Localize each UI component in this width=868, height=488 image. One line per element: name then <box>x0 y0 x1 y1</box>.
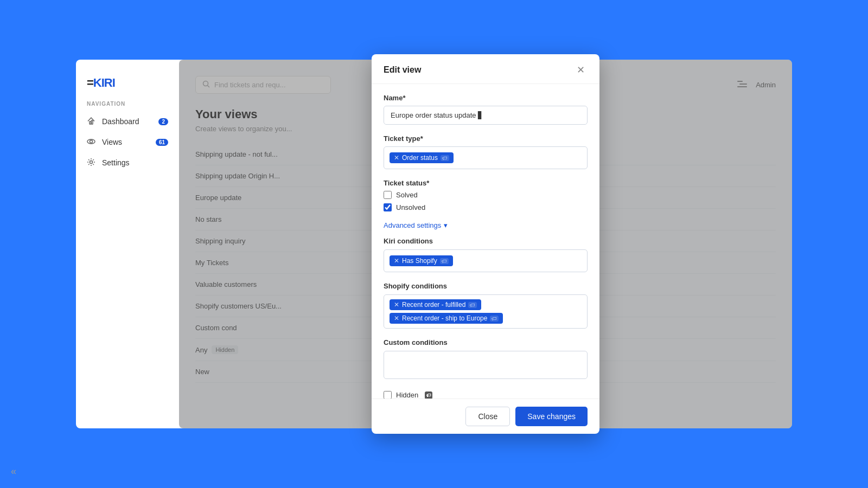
dashboard-badge: 2 <box>158 118 168 125</box>
bg-content: =KIRI NAVIGATION Dashboard 2 <box>0 0 868 488</box>
unsolved-checkbox[interactable] <box>384 203 392 211</box>
tag-remove-icon[interactable]: ✕ <box>394 301 399 309</box>
tag-remove-icon[interactable]: ✕ <box>394 314 399 322</box>
svg-point-4 <box>90 161 93 164</box>
unsolved-checkbox-item[interactable]: Unsolved <box>384 203 588 211</box>
sidebar-item-settings-label: Settings <box>102 158 130 167</box>
hidden-group: Hidden 🏷 <box>384 391 588 399</box>
name-label: Name* <box>384 94 588 102</box>
tag-remove-icon[interactable]: ✕ <box>394 257 399 265</box>
ticket-status-label: Ticket status* <box>384 179 588 187</box>
modal-overlay: Edit view ✕ Name* Ticket type* <box>179 60 792 428</box>
name-input[interactable] <box>384 106 588 125</box>
app-logo: =KIRI <box>76 70 179 101</box>
save-button[interactable]: Save changes <box>515 407 588 426</box>
advanced-settings-label: Advanced settings <box>384 221 441 229</box>
sidebar-item-settings[interactable]: Settings <box>76 152 179 173</box>
tag-info-icon: 🏷 <box>468 302 477 308</box>
hidden-checkbox[interactable] <box>384 391 392 399</box>
custom-conditions-input[interactable] <box>384 351 588 379</box>
ticket-type-input[interactable]: ✕ Order status 🏷 <box>384 146 588 169</box>
kiri-conditions-label: Kiri conditions <box>384 237 588 245</box>
modal-title: Edit view <box>384 65 421 75</box>
tag-label: Order status <box>402 154 438 162</box>
settings-icon <box>87 158 97 168</box>
edit-view-modal: Edit view ✕ Name* Ticket type* <box>372 54 599 434</box>
ticket-status-checkboxes: Solved Unsolved <box>384 191 588 211</box>
kiri-conditions-group: Kiri conditions ✕ Has Shopify 🏷 <box>384 237 588 272</box>
views-badge: 61 <box>156 139 168 146</box>
collapse-button[interactable]: « <box>11 466 16 477</box>
sidebar-item-dashboard-label: Dashboard <box>102 117 139 126</box>
tag-recent-order-fulfilled[interactable]: ✕ Recent order - fulfilled 🏷 <box>390 299 481 310</box>
close-icon[interactable]: ✕ <box>574 64 588 76</box>
solved-checkbox[interactable] <box>384 191 392 199</box>
name-field-group: Name* <box>384 94 588 125</box>
tag-has-shopify[interactable]: ✕ Has Shopify 🏷 <box>390 255 453 266</box>
ticket-status-group: Ticket status* Solved Unsolved <box>384 179 588 211</box>
app-container: =KIRI NAVIGATION Dashboard 2 <box>0 0 868 488</box>
tag-info-icon: 🏷 <box>490 316 499 322</box>
tag-recent-order-europe[interactable]: ✕ Recent order - ship to Europe 🏷 <box>390 313 503 324</box>
views-icon <box>87 137 97 147</box>
tag-label: Has Shopify <box>402 257 437 265</box>
ticket-type-label: Ticket type* <box>384 134 588 143</box>
sidebar-item-views[interactable]: Views 61 <box>76 132 179 152</box>
nav-label: NAVIGATION <box>76 101 179 111</box>
ticket-type-group: Ticket type* ✕ Order status 🏷 <box>384 134 588 169</box>
unsolved-label: Unsolved <box>396 203 425 211</box>
tag-label: Recent order - ship to Europe <box>402 314 487 322</box>
solved-label: Solved <box>396 191 418 199</box>
tag-info-icon: 🏷 <box>441 155 449 161</box>
shopify-conditions-group: Shopify conditions ✕ Recent order - fulf… <box>384 282 588 329</box>
svg-point-2 <box>90 140 93 143</box>
close-button[interactable]: Close <box>465 407 510 426</box>
modal-body: Name* Ticket type* ✕ Order status 🏷 <box>372 84 599 399</box>
hidden-label: Hidden <box>396 391 418 399</box>
dashboard-icon <box>87 117 97 126</box>
svg-rect-0 <box>90 121 91 124</box>
tag-info-icon: 🏷 <box>440 258 449 264</box>
sidebar: =KIRI NAVIGATION Dashboard 2 <box>76 60 179 428</box>
tag-order-status[interactable]: ✕ Order status 🏷 <box>390 152 454 163</box>
sidebar-item-dashboard[interactable]: Dashboard 2 <box>76 111 179 132</box>
hidden-checkbox-item[interactable]: Hidden 🏷 <box>384 391 588 399</box>
solved-checkbox-item[interactable]: Solved <box>384 191 588 199</box>
shopify-conditions-input[interactable]: ✕ Recent order - fulfilled 🏷 ✕ Recent or… <box>384 294 588 329</box>
main-content: Find tickets and requ... Admin Your view… <box>179 60 792 428</box>
custom-conditions-label: Custom conditions <box>384 338 588 346</box>
modal-footer: Close Save changes <box>372 399 599 434</box>
sidebar-item-views-label: Views <box>102 138 122 146</box>
svg-rect-1 <box>92 120 93 124</box>
kiri-conditions-input[interactable]: ✕ Has Shopify 🏷 <box>384 249 588 272</box>
tag-label: Recent order - fulfilled <box>402 301 465 309</box>
chevron-down-icon: ▾ <box>444 221 448 229</box>
modal-header: Edit view ✕ <box>372 54 599 84</box>
custom-conditions-group: Custom conditions <box>384 338 588 381</box>
shopify-conditions-label: Shopify conditions <box>384 282 588 290</box>
advanced-settings-link[interactable]: Advanced settings ▾ <box>384 221 588 229</box>
hidden-info-icon: 🏷 <box>425 391 432 399</box>
tag-remove-icon[interactable]: ✕ <box>394 154 399 162</box>
